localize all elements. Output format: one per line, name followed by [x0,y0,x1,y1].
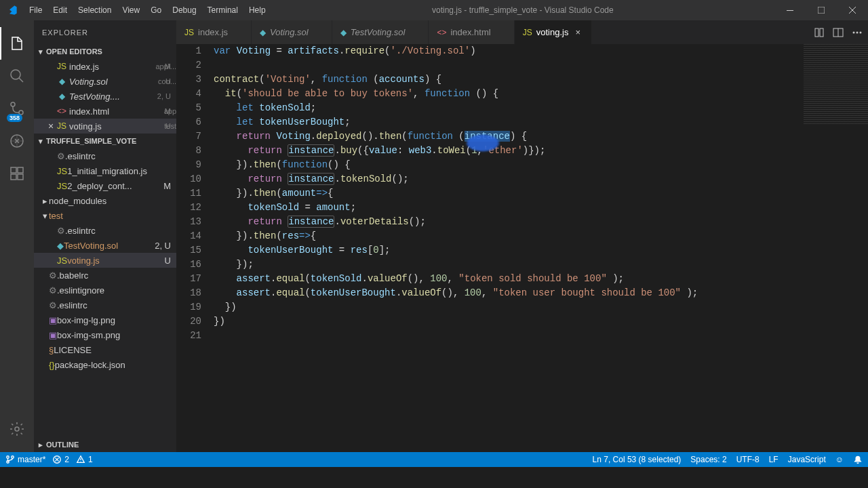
conf-icon: ⚙ [49,270,57,281]
close-icon[interactable]: × [572,27,583,37]
compare-changes-icon[interactable] [814,27,825,38]
tree-item[interactable]: {}package-lock.json [34,357,176,372]
chevron-right-icon: ▸ [41,196,49,206]
open-editor-item[interactable]: ×JSindex.jsapp\...M [34,59,176,74]
svg-rect-12 [820,28,823,37]
menu-help[interactable]: Help [243,0,271,20]
file-name: .eslintignore [57,285,176,296]
svg-rect-6 [11,167,16,173]
menu-go[interactable]: Go [145,0,167,20]
feedback-icon[interactable]: ☺ [835,455,844,464]
tree-item[interactable]: ⚙.eslintrc [34,148,176,163]
error-count: 2 [64,455,69,464]
file-name: 1_initial_migration.js [67,166,176,176]
tree-item[interactable]: ▸node_modules [34,193,176,208]
tree-item[interactable]: ⚙.babelrc [34,268,176,283]
encoding[interactable]: UTF-8 [736,455,760,464]
minimap[interactable] [804,44,868,125]
outline-header[interactable]: ▸ OUTLINE [34,437,176,452]
tree-item[interactable]: ⚙.eslintrc [34,298,176,312]
menu-debug[interactable]: Debug [167,0,201,20]
lic-icon: § [49,345,54,355]
activity-scm-icon[interactable]: 358 [0,92,34,125]
img-icon: ▣ [49,330,57,340]
file-name: .babelrc [57,270,176,281]
tree-item[interactable]: ⚙.eslintignore [34,283,176,298]
minimize-button[interactable] [774,0,806,20]
svg-rect-9 [18,174,23,180]
html-icon: <> [56,106,68,116]
editor-tabs: JSindex.js×◆Voting.sol×◆TestVoting.sol×<… [176,20,868,44]
notifications-icon[interactable] [853,455,863,464]
menu-selection[interactable]: Selection [73,0,117,20]
file-name: Voting.sol [69,77,155,87]
editor-tab[interactable]: JSvoting.js× [515,20,593,44]
editor-tab[interactable]: ◆Voting.sol× [252,20,332,44]
svg-point-16 [860,31,862,33]
tree-item[interactable]: ◆TestVoting.sol2, U [34,238,176,253]
problems-warnings[interactable]: 1 [76,455,93,464]
open-editor-item[interactable]: ×◆Voting.solcon...U [34,74,176,89]
tree-item[interactable]: JSvoting.jsU [34,253,176,268]
file-status: 2, U [157,92,171,100]
close-button[interactable] [837,0,868,20]
language-mode[interactable]: JavaScript [788,455,826,464]
code-content[interactable]: var Voting = artifacts.require('./Voting… [214,44,868,452]
editor-tab[interactable]: JSindex.js× [176,20,252,44]
activity-explorer-icon[interactable] [0,27,34,60]
settings-gear-icon[interactable] [0,413,34,445]
open-editor-item[interactable]: ×JSvoting.jstestU [34,119,176,134]
svg-point-10 [15,427,19,431]
problems-errors[interactable]: 2 [52,455,69,464]
open-editor-item[interactable]: ×◆TestVoting....2, U [34,89,176,104]
project-header[interactable]: ▾ TRUFFLE_SIMPLE_VOTE [34,134,176,148]
more-actions-icon[interactable] [852,27,863,38]
file-name: 2_deploy_cont... [67,181,163,191]
js-icon: JS [56,62,68,71]
activity-bar: 358 [0,20,34,452]
menu-view[interactable]: View [117,0,145,20]
tree-item[interactable]: JS2_deploy_cont...M [34,178,176,193]
file-status: M [165,107,171,115]
tree-item[interactable]: ▣box-img-sm.png [34,327,176,342]
chevron-down-icon: ▾ [37,47,45,56]
sidebar: EXPLORER ▾ OPEN EDITORS ×JSindex.jsapp\.… [34,20,176,452]
menu-file[interactable]: File [24,0,47,20]
project-label: TRUFFLE_SIMPLE_VOTE [46,137,136,145]
maximize-button[interactable] [806,0,837,20]
code-editor[interactable]: 123456789101112131415161718192021 var Vo… [176,44,868,452]
branch-name: master* [18,455,45,464]
tree-item[interactable]: ⚙.eslintrc [34,223,176,238]
git-branch[interactable]: master* [5,455,45,464]
file-name: .eslintrc [57,300,176,310]
menu-terminal[interactable]: Terminal [202,0,243,20]
menu-edit[interactable]: Edit [47,0,73,20]
activity-extensions-icon[interactable] [0,157,34,190]
open-editors-header[interactable]: ▾ OPEN EDITORS [34,44,176,59]
file-status: M [165,62,171,70]
tree-item[interactable]: ▾test [34,208,176,223]
eol[interactable]: LF [769,455,778,464]
tree-item[interactable]: §LICENSE [34,342,176,357]
svg-point-15 [856,31,859,33]
editor-tab[interactable]: <>index.html× [429,20,514,44]
tree-item[interactable]: JS1_initial_migration.js [34,163,176,178]
activity-search-icon[interactable] [0,60,34,92]
file-name: node_modules [49,196,176,206]
editor-tab[interactable]: ◆TestVoting.sol× [332,20,429,44]
open-editor-item[interactable]: ×<>index.htmlappM [34,104,176,119]
file-status: 2, U [155,241,171,251]
file-name: LICENSE [54,345,176,355]
activity-debug-icon[interactable] [0,125,34,157]
file-name: index.html [69,106,161,117]
cursor-position[interactable]: Ln 7, Col 53 (8 selected) [593,455,682,464]
tree-item[interactable]: ▣box-img-lg.png [34,312,176,327]
sol-icon: ◆ [56,92,68,101]
indentation[interactable]: Spaces: 2 [690,455,726,464]
file-status: U [165,77,171,85]
split-editor-icon[interactable] [833,27,844,38]
svg-rect-8 [11,174,16,180]
close-icon[interactable]: × [46,121,56,131]
svg-rect-11 [815,28,818,37]
warning-count: 1 [88,455,93,464]
